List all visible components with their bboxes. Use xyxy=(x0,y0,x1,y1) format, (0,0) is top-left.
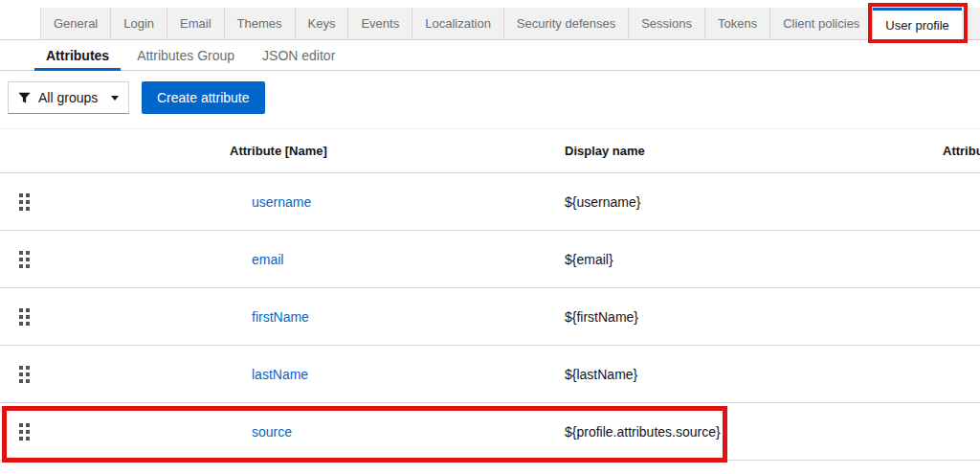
table-header-row: Attribute [Name] Display name Attribute … xyxy=(0,129,980,173)
grip-icon xyxy=(19,193,30,211)
tab-themes[interactable]: Themes xyxy=(225,8,296,39)
tab-localization[interactable]: Localization xyxy=(412,8,504,39)
group-filter-select[interactable]: All groups xyxy=(8,81,129,114)
subtab-attributes-group[interactable]: Attributes Group xyxy=(125,40,246,70)
group-filter-value: All groups xyxy=(38,90,98,105)
drag-handle[interactable] xyxy=(0,308,230,326)
grip-icon xyxy=(19,366,30,383)
drag-handle[interactable] xyxy=(0,423,230,440)
grip-icon xyxy=(19,251,30,268)
table-row-source: source ${profile.attributes.source} xyxy=(0,403,980,461)
header-attribute-name: Attribute [Name] xyxy=(230,144,565,158)
attributes-toolbar: All groups Create attribute xyxy=(8,81,265,114)
tab-general[interactable]: General xyxy=(41,8,111,39)
table-row-username: username ${username} xyxy=(0,173,980,231)
attribute-name-link[interactable]: email xyxy=(252,252,283,267)
attribute-name-link[interactable]: username xyxy=(252,194,311,210)
filter-icon xyxy=(18,92,31,104)
attribute-name-link[interactable]: source xyxy=(252,424,292,440)
grip-icon xyxy=(19,423,30,440)
user-profile-subtabs: Attributes Attributes Group JSON editor xyxy=(0,40,980,71)
display-name-value: ${profile.attributes.source} xyxy=(565,424,943,440)
caret-down-icon xyxy=(111,96,119,101)
tab-events[interactable]: Events xyxy=(348,8,412,39)
tab-tokens[interactable]: Tokens xyxy=(705,8,770,39)
tab-client-policies[interactable]: Client policies xyxy=(770,8,873,39)
tab-email[interactable]: Email xyxy=(167,8,225,39)
drag-handle[interactable] xyxy=(0,193,230,211)
subtab-attributes[interactable]: Attributes xyxy=(34,40,121,70)
header-attribute-group: Attribute group xyxy=(943,144,980,158)
tab-keys[interactable]: Keys xyxy=(296,8,349,39)
grip-icon xyxy=(19,308,30,326)
tab-security-defenses[interactable]: Security defenses xyxy=(504,8,629,39)
table-row-firstname: firstName ${firstName} xyxy=(0,288,980,346)
display-name-value: ${username} xyxy=(565,194,943,210)
table-row-email: email ${email} xyxy=(0,231,980,288)
tab-user-profile[interactable]: User profile xyxy=(873,8,961,40)
subtab-json-editor[interactable]: JSON editor xyxy=(251,40,346,70)
realm-settings-user-profile-page: General Login Email Themes Keys Events L… xyxy=(0,0,980,474)
display-name-value: ${lastName} xyxy=(565,367,943,382)
create-attribute-button[interactable]: Create attribute xyxy=(142,81,265,114)
display-name-value: ${firstName} xyxy=(565,309,943,325)
header-display-name: Display name xyxy=(565,144,943,158)
display-name-value: ${email} xyxy=(565,252,943,267)
tab-sessions[interactable]: Sessions xyxy=(629,8,705,39)
attribute-name-link[interactable]: firstName xyxy=(252,309,309,325)
attributes-table: Attribute [Name] Display name Attribute … xyxy=(0,128,980,461)
attribute-name-link[interactable]: lastName xyxy=(252,367,308,382)
realm-settings-tabbar: General Login Email Themes Keys Events L… xyxy=(40,8,980,39)
drag-handle[interactable] xyxy=(0,366,230,383)
tab-login[interactable]: Login xyxy=(111,8,167,39)
drag-handle[interactable] xyxy=(0,251,230,268)
table-row-lastname: lastName ${lastName} xyxy=(0,346,980,403)
